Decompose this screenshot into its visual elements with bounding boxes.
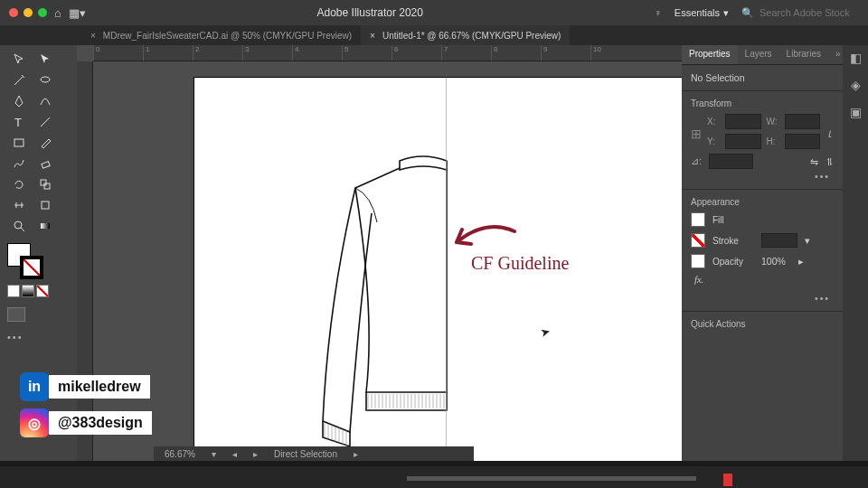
line-segment-tool-icon[interactable] [33, 113, 57, 131]
width-tool-icon[interactable] [7, 196, 31, 214]
h-input[interactable] [785, 134, 821, 149]
close-window-icon[interactable] [9, 8, 18, 17]
svg-text:T: T [14, 116, 22, 129]
scale-tool-icon[interactable] [33, 175, 57, 193]
curvature-tool-icon[interactable] [33, 92, 57, 110]
opacity-swatch[interactable] [691, 254, 705, 268]
flip-horizontal-icon[interactable]: ⇋ [810, 156, 818, 167]
scrubber-playhead-icon[interactable] [723, 474, 732, 486]
opacity-label[interactable]: Opacity [712, 257, 754, 267]
scrubber-track[interactable] [407, 476, 696, 481]
color-mode-icon[interactable] [7, 285, 20, 297]
video-scrubber[interactable] [0, 466, 868, 488]
tab-libraries[interactable]: Libraries [779, 45, 828, 64]
stroke-weight-input[interactable] [761, 233, 797, 248]
shaper-tool-icon[interactable] [7, 155, 31, 173]
dock-panel-icon[interactable]: ◧ [850, 51, 862, 65]
search-input[interactable] [760, 7, 859, 18]
properties-panel: Properties Layers Libraries » No Selecti… [682, 45, 843, 461]
ruler-horizontal[interactable]: 0 1 2 3 4 5 6 7 8 9 10 [93, 45, 682, 61]
close-tab-icon[interactable]: × [90, 31, 96, 41]
chevron-right-icon[interactable]: ▸ [354, 449, 358, 459]
arrange-documents-icon[interactable]: ▦▾ [69, 6, 86, 20]
lasso-tool-icon[interactable] [33, 71, 57, 89]
h-label: H: [767, 136, 779, 146]
opacity-value[interactable]: 100% [761, 256, 786, 267]
direct-selection-tool-icon[interactable] [33, 51, 57, 69]
flip-vertical-icon[interactable]: ⥮ [826, 156, 834, 167]
current-tool-label: Direct Selection [274, 449, 337, 459]
linkedin-icon: in [20, 372, 49, 401]
home-icon[interactable]: ⌂ [54, 6, 61, 20]
link-wh-icon[interactable]: 𝘭 [826, 127, 834, 140]
x-input[interactable] [725, 114, 761, 129]
more-options-icon[interactable]: ••• [691, 291, 834, 304]
selection-tool-icon[interactable] [7, 51, 31, 69]
rotate-tool-icon[interactable] [7, 175, 31, 193]
artboard[interactable] [194, 78, 682, 461]
ruler-tick: 4 [292, 45, 342, 61]
ruler-tick: 1 [143, 45, 193, 61]
svg-point-0 [41, 77, 50, 82]
ruler-tick: 5 [342, 45, 392, 61]
search-icon: 🔍 [741, 7, 754, 19]
help-icon[interactable]: ♀ [655, 7, 662, 18]
angle-input[interactable] [709, 154, 753, 169]
artboard-nav-prev-icon[interactable]: ◂ [232, 449, 237, 459]
center-front-guideline[interactable] [446, 78, 447, 461]
minimize-window-icon[interactable] [24, 8, 33, 17]
selection-status: No Selection [691, 72, 834, 83]
ruler-tick: 2 [193, 45, 242, 61]
workspace-switcher[interactable]: Essentials ▾ [675, 7, 729, 19]
eraser-tool-icon[interactable] [33, 155, 57, 173]
fill-swatch[interactable] [691, 212, 705, 227]
tab-layers[interactable]: Layers [738, 45, 779, 64]
edit-toolbar-icon[interactable]: ••• [7, 332, 70, 343]
y-label: Y: [707, 136, 720, 146]
chevron-right-icon[interactable]: ▸ [798, 256, 804, 267]
none-mode-icon[interactable] [36, 285, 49, 297]
instagram-handle: @383design [49, 411, 152, 435]
document-tab[interactable]: × MDrew_FairIsleSweaterCAD.ai @ 50% (CMY… [81, 25, 361, 45]
ruler-tick: 0 [93, 45, 143, 61]
artboard-nav-next-icon[interactable]: ▸ [253, 449, 258, 459]
fx-label[interactable]: fx. [691, 275, 703, 285]
free-transform-tool-icon[interactable] [33, 196, 57, 214]
y-input[interactable] [725, 134, 761, 149]
svg-line-9 [21, 228, 24, 231]
ruler-tick: 7 [441, 45, 491, 61]
ruler-tick: 3 [242, 45, 292, 61]
chevron-down-icon[interactable]: ▾ [212, 449, 216, 459]
fill-stroke-swatch[interactable] [7, 243, 52, 279]
gradient-mode-icon[interactable] [22, 285, 34, 297]
zoom-tool-icon[interactable] [7, 217, 31, 235]
close-tab-icon[interactable]: × [370, 31, 375, 41]
search-stock[interactable]: 🔍 [741, 7, 859, 19]
type-tool-icon[interactable]: T [7, 113, 31, 131]
reference-point-icon[interactable]: ⊞ [691, 127, 702, 141]
w-input[interactable] [785, 114, 821, 129]
stroke-label[interactable]: Stroke [712, 236, 754, 246]
rectangle-tool-icon[interactable] [7, 134, 31, 152]
tab-label: MDrew_FairIsleSweaterCAD.ai @ 50% (CMYK/… [103, 31, 352, 41]
more-options-icon[interactable]: ••• [691, 169, 834, 182]
stroke-swatch[interactable] [20, 256, 43, 279]
tab-properties[interactable]: Properties [682, 45, 738, 64]
screen-mode-icon[interactable] [7, 307, 25, 322]
dock-panel-icon[interactable]: ◈ [851, 78, 861, 92]
stroke-swatch[interactable] [691, 233, 705, 248]
canvas-area[interactable]: 0 1 2 3 4 5 6 7 8 9 10 [77, 45, 682, 461]
dock-panel-icon[interactable]: ▣ [850, 105, 862, 119]
w-label: W: [767, 117, 779, 127]
svg-rect-5 [41, 180, 46, 185]
zoom-window-icon[interactable] [38, 8, 47, 17]
gradient-tool-icon[interactable] [33, 217, 57, 235]
zoom-level[interactable]: 66.67% [165, 449, 195, 459]
document-tab[interactable]: × Untitled-1* @ 66.67% (CMYK/GPU Preview… [361, 25, 570, 45]
linkedin-handle: mikelledrew [49, 375, 150, 399]
window-controls[interactable] [9, 8, 47, 17]
chevron-down-icon[interactable]: ▾ [805, 235, 810, 246]
pen-tool-icon[interactable] [7, 92, 31, 110]
magic-wand-tool-icon[interactable] [7, 71, 31, 89]
paintbrush-tool-icon[interactable] [33, 134, 57, 152]
